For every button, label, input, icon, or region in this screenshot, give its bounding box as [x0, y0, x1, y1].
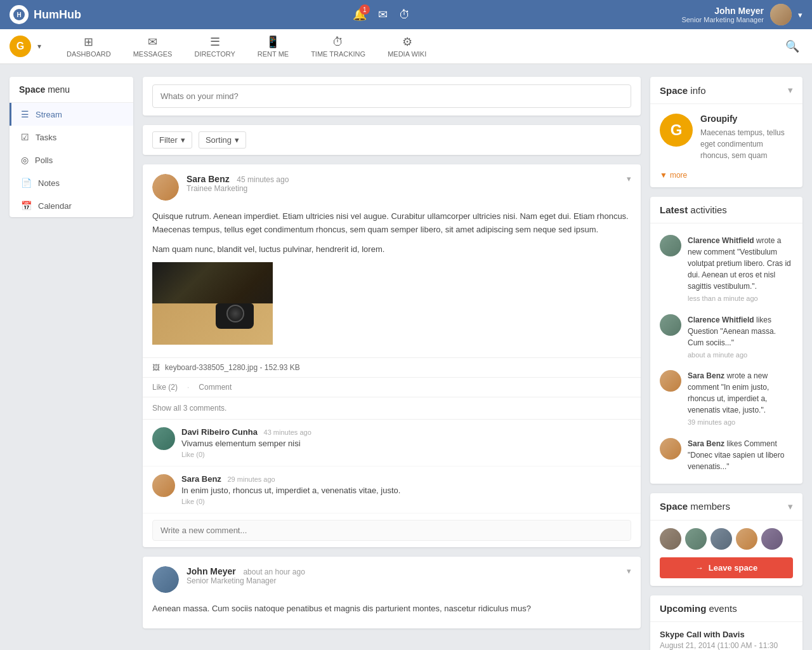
activity-time-1: less than a minute ago [688, 293, 793, 304]
space-members-header: Space members ▾ [650, 493, 802, 521]
sidebar-item-polls[interactable]: ◎ Polls [10, 149, 133, 171]
content-area: Filter ▾ Sorting ▾ Sara Benz 45 minutes … [143, 77, 641, 650]
member-avatar-3[interactable] [710, 528, 732, 550]
svg-text:H: H [16, 11, 21, 18]
member-avatars [660, 528, 793, 550]
upcoming-events-card: Upcoming events Skype Call with Davis Au… [650, 595, 802, 651]
main-layout: Space menu ☰ Stream ☑ Tasks ◎ Polls 📄 No… [0, 77, 812, 650]
member-avatar-5[interactable] [761, 528, 783, 550]
search-button[interactable]: 🔍 [782, 36, 802, 56]
sorting-chevron-icon: ▾ [235, 135, 239, 145]
activity-text-3: Sara Benz wrote a new comment "In enim j… [688, 370, 793, 428]
activity-avatar-3 [660, 370, 681, 392]
filter-bar: Filter ▾ Sorting ▾ [143, 125, 641, 155]
activity-item-2: Clarence Whitfield likes Question "Aenea… [650, 309, 802, 366]
clock-icon[interactable]: ⏱ [399, 8, 410, 22]
comment-button-1[interactable]: Comment [199, 383, 232, 392]
nav-dashboard[interactable]: ⊞ DASHBOARD [57, 32, 121, 61]
post-subtitle-1: Trainee Marketing [187, 184, 619, 193]
attachment-icon: 🖼 [152, 363, 160, 372]
comment-like-1[interactable]: Like (0) [181, 451, 631, 458]
chevron-down-icon[interactable]: ▾ [798, 10, 802, 20]
sidebar-item-notes[interactable]: 📄 Notes [10, 171, 133, 194]
nav-time-tracking[interactable]: ⏱ TIME TRACKING [301, 32, 375, 61]
upcoming-events-title: Upcoming events [660, 603, 737, 614]
post-collapse-1[interactable]: ▾ [627, 174, 631, 183]
nav-messages-label: MESSAGES [133, 50, 173, 58]
post-avatar-sara [152, 174, 179, 201]
comment-time-2: 29 minutes ago [228, 475, 275, 483]
nav-directory[interactable]: ☰ DIRECTORY [185, 32, 244, 61]
space-info-body: G Groupify Maecenas tempus, tellus eget … [650, 104, 802, 171]
sidebar-title: Space menu [10, 77, 133, 103]
post-card-1: Sara Benz 45 minutes ago Trainee Marketi… [143, 164, 641, 547]
post-card-2: John Meyer about an hour ago Senior Mark… [143, 557, 641, 628]
activity-list: Clarence Whitfield wrote a new comment "… [650, 223, 802, 484]
post-text-1b: Nam quam nunc, blandit vel, luctus pulvi… [152, 243, 631, 256]
sidebar-title-main: Space [19, 84, 45, 95]
calendar-icon: 📅 [21, 201, 32, 211]
post-time-1: 45 minutes ago [237, 175, 289, 184]
sidebar-item-tasks[interactable]: ☑ Tasks [10, 126, 133, 149]
sub-nav-left: G ▾ [10, 36, 44, 57]
messages-icon[interactable]: ✉ [378, 8, 388, 22]
post-author-2: John Meyer [187, 566, 236, 576]
post-collapse-2[interactable]: ▾ [627, 566, 631, 576]
write-comment-input[interactable] [152, 520, 631, 541]
sorting-button[interactable]: Sorting ▾ [199, 131, 246, 149]
top-nav-left: H HumHub [10, 5, 81, 24]
sidebar-item-stream[interactable]: ☰ Stream [10, 103, 133, 126]
space-info-title: Space info [660, 85, 706, 96]
notification-badge: 1 [360, 4, 370, 15]
activity-item-1: Clarence Whitfield wrote a new comment "… [650, 230, 802, 309]
space-button[interactable]: G [10, 36, 31, 57]
member-avatar-1[interactable] [660, 528, 681, 550]
event-item-1: Skype Call with Davis August 21, 2014 (1… [660, 630, 793, 651]
notification-bell[interactable]: 🔔 1 [353, 8, 367, 22]
attachment-name: keyboard-338505_1280.jpg - 152.93 KB [165, 363, 300, 372]
event-title-1: Skype Call with Davis [660, 630, 793, 639]
comment-like-2[interactable]: Like (0) [181, 498, 631, 505]
comment-2: Sara Benz 29 minutes ago In enim justo, … [143, 467, 641, 514]
comment-author-1: Davi Ribeiro Cunha [181, 427, 258, 437]
space-more-link[interactable]: ▼ more [650, 171, 802, 187]
space-members-toggle[interactable]: ▾ [788, 501, 793, 512]
avatar[interactable] [770, 4, 792, 25]
filter-label: Filter [159, 135, 178, 145]
space-dropdown[interactable]: ▾ [34, 39, 44, 54]
nav-messages[interactable]: ✉ MESSAGES [124, 32, 182, 61]
logo-icon: H [10, 5, 29, 24]
show-all-comments[interactable]: Show all 3 comments. [143, 397, 641, 420]
right-panel: Space info ▾ G Groupify Maecenas tempus,… [650, 77, 802, 650]
sidebar-item-calendar[interactable]: 📅 Calendar [10, 194, 133, 217]
post-meta-1: Sara Benz 45 minutes ago Trainee Marketi… [187, 174, 619, 193]
like-button-1[interactable]: Like (2) [152, 383, 178, 392]
sidebar-item-notes-label: Notes [38, 178, 60, 188]
leave-space-button[interactable]: → Leave space [660, 557, 793, 578]
nav-rent-me[interactable]: 📱 RENT ME [248, 32, 298, 61]
time-tracking-icon: ⏱ [332, 36, 344, 49]
dashboard-icon: ⊞ [84, 35, 93, 49]
write-comment-area [143, 514, 641, 547]
space-info-title-main: Space [660, 85, 688, 96]
space-members-title: Space members [660, 501, 730, 512]
filter-button[interactable]: Filter ▾ [152, 131, 192, 149]
dot-sep: · [187, 383, 189, 392]
comment-avatar-sara [152, 474, 175, 497]
post-input-card [143, 77, 641, 116]
space-info-toggle[interactable]: ▾ [788, 84, 793, 96]
nav-rent-me-label: RENT ME [258, 50, 289, 58]
member-avatar-4[interactable] [736, 528, 757, 550]
latest-title-suffix: activities [688, 204, 727, 215]
upcoming-events-header: Upcoming events [650, 595, 802, 622]
nav-media-wiki[interactable]: ⚙ MEDIA WIKI [378, 32, 436, 61]
latest-activities-title: Latest activities [660, 204, 727, 215]
post-image-1 [152, 262, 273, 345]
comment-body-2: Sara Benz 29 minutes ago In enim justo, … [181, 474, 631, 505]
user-name: John Meyer [681, 6, 764, 16]
activity-author-3: Sara Benz [688, 371, 724, 380]
member-avatar-2[interactable] [685, 528, 707, 550]
latest-activities-card: Latest activities Clarence Whitfield wro… [650, 197, 802, 484]
leave-arrow-icon: → [695, 563, 704, 573]
post-input[interactable] [152, 84, 631, 108]
